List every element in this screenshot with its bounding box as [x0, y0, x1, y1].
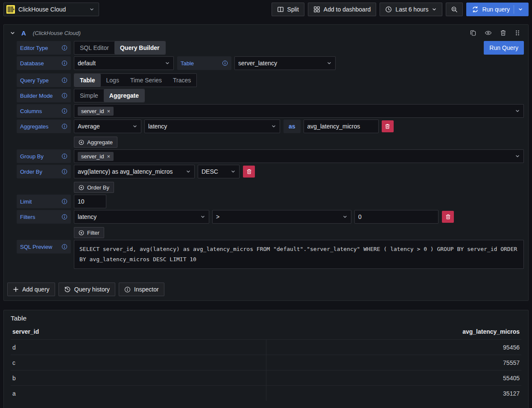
- chevron-down-icon: [339, 214, 348, 219]
- chevron-down-icon: [512, 108, 520, 114]
- row-filters: Filters latency > 0: [17, 210, 524, 224]
- aggregate-column-select[interactable]: latency: [144, 119, 280, 133]
- cell-avg-latency: 55405: [266, 370, 522, 385]
- remove-order-by-button[interactable]: [243, 166, 255, 178]
- aggregate-alias-input[interactable]: avg_latency_micros: [304, 119, 379, 133]
- query-header: A (ClickHouse Cloud): [4, 25, 528, 41]
- query-ref-id[interactable]: A: [21, 29, 26, 37]
- zoom-out-icon: [451, 6, 458, 13]
- table-label: Table: [177, 56, 231, 70]
- database-value: default: [78, 60, 96, 67]
- info-icon[interactable]: [61, 108, 67, 114]
- row-add-filter: Filter: [17, 227, 524, 238]
- info-icon[interactable]: [61, 198, 67, 204]
- info-icon[interactable]: [61, 60, 67, 66]
- row-aggregates: Aggregates Average latency as avg_latenc…: [17, 119, 524, 133]
- limit-input[interactable]: 10: [74, 195, 106, 208]
- duplicate-query-icon[interactable]: [470, 29, 476, 36]
- time-range-label: Last 6 hours: [395, 6, 428, 13]
- query-history-button[interactable]: Query history: [58, 283, 115, 296]
- add-query-button[interactable]: Add query: [7, 283, 55, 296]
- drag-handle-icon[interactable]: [514, 29, 520, 36]
- limit-value: 10: [78, 198, 85, 205]
- order-by-field-select[interactable]: avg(latency) as avg_latency_micros: [74, 165, 195, 178]
- table-select[interactable]: server_latency: [234, 56, 336, 70]
- row-group-by: Group By server_id ×: [17, 149, 524, 163]
- add-to-dashboard-button[interactable]: Add to dashboard: [308, 3, 377, 16]
- order-by-direction-select[interactable]: DESC: [198, 165, 240, 178]
- column-header-server-id[interactable]: server_id: [11, 328, 266, 335]
- query-type-option-time-series[interactable]: Time Series: [125, 74, 167, 87]
- trash-icon: [246, 169, 252, 175]
- group-by-multiselect[interactable]: server_id ×: [74, 149, 524, 163]
- info-icon[interactable]: [61, 214, 67, 220]
- columns-label: Columns: [17, 104, 71, 118]
- aggregate-as-label: as: [284, 119, 301, 133]
- chevron-down-icon: [432, 7, 437, 12]
- aggregate-function-select[interactable]: Average: [74, 119, 141, 133]
- chevron-down-icon: [129, 124, 137, 129]
- builder-mode-option-simple[interactable]: Simple: [74, 89, 104, 102]
- info-icon[interactable]: [61, 123, 67, 129]
- info-icon[interactable]: [222, 60, 228, 66]
- order-by-label: Order By: [17, 165, 71, 178]
- filter-value: 0: [358, 213, 362, 220]
- table-row[interactable]: a 35127: [11, 385, 521, 401]
- plus-circle-icon: [79, 140, 84, 145]
- filter-value-input[interactable]: 0: [354, 210, 438, 224]
- builder-mode-option-aggregate[interactable]: Aggregate: [104, 89, 144, 102]
- database-select[interactable]: default: [74, 56, 174, 70]
- info-icon[interactable]: [61, 93, 67, 99]
- info-icon[interactable]: [61, 169, 67, 175]
- apps-grid-icon: [313, 6, 320, 13]
- query-editor-panel: A (ClickHouse Cloud) Editor Type SQL Edi…: [3, 24, 529, 301]
- info-icon[interactable]: [61, 45, 67, 51]
- hide-query-eye-icon[interactable]: [485, 29, 492, 36]
- filter-operator-select[interactable]: >: [212, 210, 351, 224]
- table-row[interactable]: b 55405: [11, 370, 521, 385]
- table-row[interactable]: d 95456: [11, 339, 521, 355]
- aggregate-function-value: Average: [78, 123, 100, 130]
- add-filter-button[interactable]: Filter: [74, 227, 104, 238]
- builder-mode-toggle: Simple Aggregate: [74, 89, 145, 102]
- filter-column-select[interactable]: latency: [74, 210, 209, 224]
- add-order-by-button[interactable]: Order By: [74, 182, 114, 193]
- info-icon[interactable]: [61, 244, 67, 250]
- zoom-out-button[interactable]: [446, 3, 463, 16]
- top-toolbar: ClickHouse Cloud Split Add to dashboard …: [0, 0, 532, 19]
- query-type-option-traces[interactable]: Traces: [167, 74, 196, 87]
- query-type-option-logs[interactable]: Logs: [101, 74, 125, 87]
- order-by-direction-value: DESC: [202, 168, 218, 175]
- remove-chip-icon[interactable]: ×: [107, 154, 110, 159]
- toolbar-actions: Split Add to dashboard Last 6 hours Run …: [272, 3, 529, 16]
- add-aggregate-button[interactable]: Aggregate: [74, 137, 117, 148]
- chevron-down-icon: [227, 169, 236, 174]
- sql-preview-label: SQL Preview: [17, 240, 71, 254]
- time-range-picker[interactable]: Last 6 hours: [380, 3, 442, 16]
- chevron-down-icon: [182, 169, 191, 174]
- run-query-button[interactable]: Run query: [466, 3, 529, 16]
- row-limit: Limit 10: [17, 195, 524, 208]
- editor-type-option-query-builder[interactable]: Query Builder: [114, 41, 165, 54]
- plus-circle-icon: [79, 185, 84, 190]
- table-row[interactable]: c 75557: [11, 355, 521, 370]
- info-icon[interactable]: [61, 153, 67, 159]
- remove-chip-icon[interactable]: ×: [107, 108, 110, 114]
- chevron-down-icon[interactable]: [514, 5, 523, 14]
- columns-multiselect[interactable]: server_id ×: [74, 104, 524, 118]
- info-icon[interactable]: [61, 77, 67, 83]
- collapse-chevron-icon[interactable]: [10, 30, 15, 36]
- sql-preview-code: SELECT server_id, avg(latency) as avg_la…: [74, 240, 524, 269]
- editor-run-query-button[interactable]: Run Query: [484, 41, 524, 55]
- editor-type-option-sql-editor[interactable]: SQL Editor: [74, 41, 114, 54]
- group-by-chip: server_id ×: [78, 152, 114, 161]
- cell-server-id: b: [11, 370, 266, 385]
- query-type-option-table[interactable]: Table: [74, 74, 101, 87]
- datasource-picker[interactable]: ClickHouse Cloud: [3, 3, 99, 16]
- split-button[interactable]: Split: [272, 3, 304, 16]
- remove-filter-button[interactable]: [442, 211, 454, 223]
- column-header-avg-latency-micros[interactable]: avg_latency_micros: [266, 328, 521, 335]
- delete-query-trash-icon[interactable]: [500, 29, 506, 36]
- remove-aggregate-button[interactable]: [382, 120, 394, 132]
- inspector-button[interactable]: Inspector: [119, 283, 164, 296]
